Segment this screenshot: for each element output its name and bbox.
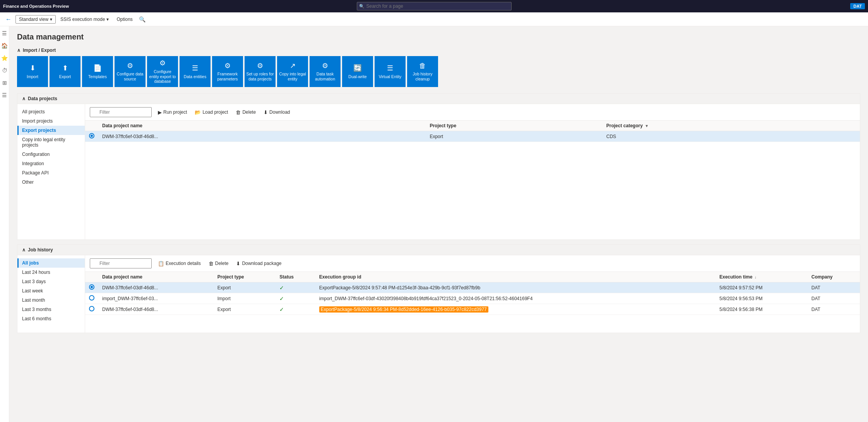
radio-button[interactable]	[89, 133, 94, 138]
delete-button[interactable]: 🗑 Delete	[234, 109, 257, 116]
nav-last-month[interactable]: Last month	[17, 296, 85, 305]
sidebar-home-icon[interactable]: 🏠	[0, 42, 9, 50]
ssis-execution-mode-button[interactable]: SSIS execution mode ▾	[57, 15, 112, 23]
col-project-category[interactable]: Project category ▼	[603, 121, 860, 131]
nav-all-projects[interactable]: All projects	[17, 107, 85, 116]
nav-import-projects[interactable]: Import projects	[17, 116, 85, 126]
tile-job-history-cleanup[interactable]: 🗑 Job history cleanup	[407, 56, 438, 87]
nav-integration[interactable]: Integration	[17, 159, 85, 168]
page-title: Data management	[17, 32, 860, 41]
tile-import[interactable]: ⬇ Import	[17, 56, 48, 87]
nav-export-projects[interactable]: Export projects	[17, 126, 85, 135]
table-row[interactable]: DWM-37ffc6ef-03df-46d8... Export ✓ Expor…	[85, 282, 860, 293]
jh-radio-button-1[interactable]	[89, 284, 94, 290]
job-history-right-panel: 🔍 📋 Execution details 🗑 Delete ⬇ Downloa…	[85, 255, 860, 333]
jh-row2-execution-time: 5/8/2024 9:56:53 PM	[716, 293, 808, 304]
standard-view-button[interactable]: Standard view ▾	[15, 15, 56, 24]
job-history-toolbar: 🔍 📋 Execution details 🗑 Delete ⬇ Downloa…	[85, 255, 860, 272]
jh-radio-button-3[interactable]	[89, 306, 94, 311]
jh-col-execution-group-id[interactable]: Execution group id	[315, 272, 716, 282]
table-row[interactable]: DWM-37ffc6ef-03df-46d8... Export ✓ Expor…	[85, 304, 860, 315]
jh-row3-radio-cell[interactable]	[85, 304, 98, 315]
import-export-header[interactable]: ∧ Import / Export	[17, 48, 860, 53]
back-button[interactable]: ←	[3, 14, 14, 24]
row-radio-cell[interactable]	[85, 131, 98, 142]
nav-last-3-days[interactable]: Last 3 days	[17, 277, 85, 286]
data-projects-layout: All projects Import projects Export proj…	[17, 104, 860, 239]
nav-all-jobs[interactable]: All jobs	[17, 258, 85, 268]
download-button[interactable]: ⬇ Download	[262, 109, 291, 116]
load-project-icon: 📂	[195, 109, 201, 115]
jh-radio-button-2[interactable]	[89, 295, 94, 301]
search-input[interactable]	[357, 2, 512, 10]
jh-col-execution-time[interactable]: Execution time ↓	[716, 272, 808, 282]
download-label: Download	[269, 109, 290, 115]
table-row[interactable]: DWM-37ffc6ef-03df-46d8... Export CDS	[85, 131, 860, 142]
execution-details-button[interactable]: 📋 Execution details	[156, 260, 202, 267]
sidebar-modules-icon[interactable]: ⊞	[2, 79, 8, 87]
job-history-delete-icon: 🗑	[209, 261, 214, 267]
ssis-label: SSIS execution mode	[60, 17, 105, 22]
nav-other[interactable]: Other	[17, 178, 85, 187]
col-project-type[interactable]: Project type	[426, 121, 602, 131]
data-task-automation-icon: ⚙	[322, 62, 328, 70]
tile-configure-data-source[interactable]: ⚙ Configure data source	[115, 56, 146, 87]
nav-last-6-months[interactable]: Last 6 months	[17, 314, 85, 323]
sidebar-list-icon[interactable]: ☰	[1, 91, 8, 99]
app-name: Finance and Operations Preview	[3, 4, 69, 9]
job-history-delete-label: Delete	[215, 261, 229, 266]
tile-set-up-roles[interactable]: ⚙ Set up roles for data projects	[245, 56, 276, 87]
tile-data-task-automation[interactable]: ⚙ Data task automation	[310, 56, 341, 87]
nav-last-3-months[interactable]: Last 3 months	[17, 305, 85, 314]
jh-row2-execution-group-id: import_DWM-37ffc6ef-03df-43020f398408b4b…	[315, 293, 716, 304]
table-row[interactable]: import_DWM-37ffc6ef-03... Import ✓ impor…	[85, 293, 860, 304]
jh-col-name[interactable]: Data project name	[98, 272, 214, 282]
tile-framework-parameters[interactable]: ⚙ Framework parameters	[212, 56, 243, 87]
delete-label: Delete	[242, 109, 256, 115]
data-projects-filter-input[interactable]	[90, 107, 152, 117]
tile-copy-into-legal[interactable]: ↗ Copy into legal entity	[277, 56, 308, 87]
import-label: Import	[27, 74, 38, 79]
framework-parameters-icon: ⚙	[224, 62, 231, 70]
data-projects-left-nav: All projects Import projects Export proj…	[17, 104, 85, 239]
jh-row1-execution-group-id: ExportPackage-5/8/2024 9:57:48 PM-d1254e…	[315, 282, 716, 293]
configure-entity-export-icon: ⚙	[159, 59, 166, 68]
jh-col-type[interactable]: Project type	[214, 272, 276, 282]
nav-last-week[interactable]: Last week	[17, 286, 85, 296]
nav-configuration[interactable]: Configuration	[17, 150, 85, 159]
options-button[interactable]: Options	[113, 15, 135, 23]
col-project-name[interactable]: Data project name	[98, 121, 426, 131]
data-projects-header[interactable]: ∧ Data projects	[17, 94, 860, 104]
nav-copy-into-legal-projects[interactable]: Copy into legal entity projects	[17, 135, 85, 150]
run-project-button[interactable]: ▶ Run project	[156, 109, 188, 116]
nav-last-24-hours[interactable]: Last 24 hours	[17, 268, 85, 277]
sidebar-recent-icon[interactable]: ⏱	[1, 67, 8, 74]
jh-col-select	[85, 272, 98, 282]
job-history-left-nav: All jobs Last 24 hours Last 3 days Last …	[17, 255, 85, 333]
data-projects-toolbar: 🔍 ▶ Run project 📂 Load project 🗑 Delete	[85, 104, 860, 121]
tile-export[interactable]: ⬆ Export	[50, 56, 80, 87]
job-history-filter-input[interactable]	[90, 258, 152, 268]
sidebar-hamburger-icon[interactable]: ☰	[1, 29, 8, 37]
jh-col-status[interactable]: Status	[276, 272, 315, 282]
search-bar[interactable]: 🔍	[357, 2, 512, 10]
job-history-header[interactable]: ∧ Job history	[17, 245, 860, 255]
load-project-button[interactable]: 📂 Load project	[193, 109, 229, 116]
nav-search-button[interactable]: 🔍	[137, 15, 147, 24]
tile-virtual-entity[interactable]: ☰ Virtual Entity	[375, 56, 406, 87]
tile-configure-entity-export[interactable]: ⚙ Configure entity export to database	[147, 56, 178, 87]
jh-row1-radio-cell[interactable]	[85, 282, 98, 293]
download-package-button[interactable]: ⬇ Download package	[235, 260, 283, 267]
jh-row2-radio-cell[interactable]	[85, 293, 98, 304]
secondary-nav: ← Standard view ▾ SSIS execution mode ▾ …	[0, 12, 868, 26]
nav-package-api[interactable]: Package API	[17, 168, 85, 178]
tile-data-entities[interactable]: ☰ Data entities	[180, 56, 211, 87]
tile-dual-write[interactable]: 🔄 Dual-write	[342, 56, 373, 87]
import-export-section: ∧ Import / Export ⬇ Import ⬆ Export 📄 Te…	[17, 48, 860, 87]
tile-templates[interactable]: 📄 Templates	[82, 56, 113, 87]
sidebar-favorites-icon[interactable]: ⭐	[0, 54, 9, 62]
user-badge: DAT	[850, 3, 865, 9]
jh-col-company[interactable]: Company	[808, 272, 860, 282]
configure-data-source-icon: ⚙	[127, 62, 133, 70]
job-history-delete-button[interactable]: 🗑 Delete	[207, 260, 230, 267]
